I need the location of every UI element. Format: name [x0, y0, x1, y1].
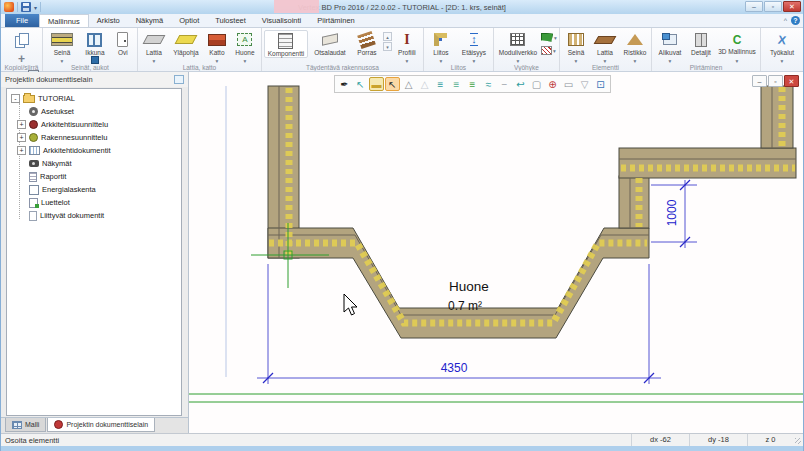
maximize-button[interactable]: ▫ [764, 1, 782, 12]
triangle-ghost-icon[interactable]: △ [417, 77, 432, 91]
tree-item-label: Raportit [40, 172, 66, 181]
select-cursor-icon[interactable]: ↖ [385, 77, 400, 91]
wall-top-right-horizontal[interactable] [619, 148, 796, 178]
joint-button[interactable]: Liitos [426, 30, 456, 65]
tab-näkymä[interactable]: Näkymä [128, 14, 172, 27]
collapse-ribbon-icon[interactable]: ^ [784, 17, 787, 24]
expander-icon[interactable]: + [17, 133, 26, 142]
room-label: Huone [449, 279, 489, 294]
element-wall-icon [568, 33, 584, 46]
zone-red-button[interactable] [541, 44, 557, 56]
waves-icon[interactable]: ≈ [481, 77, 496, 91]
sidebar-tab-malli[interactable]: Malli [5, 418, 46, 432]
hatch-layers2-icon[interactable]: ≡ [449, 77, 464, 91]
details-button[interactable]: Detaljit [687, 30, 715, 56]
tree-item-arkkitehtisuunnittelu[interactable]: +Arkkitehtisuunnittelu [9, 118, 181, 131]
tree-item-rakennesuunnittelu[interactable]: +Rakennesuunnittelu [9, 131, 181, 144]
ceiling-button[interactable]: Yläpohja [169, 30, 203, 56]
status-message: Osoita elementti [1, 436, 631, 445]
ribbon-group-liitos: Liitos ↕ Etäisyys Liitos [424, 28, 494, 71]
drawing-canvas[interactable]: ✒↖▬↖△△≡≡≡≈−↩▢⊕▭▽⊡ – ▫ ✕ [189, 72, 803, 433]
roof-button[interactable]: Katto [204, 30, 230, 65]
resize-grip[interactable] [793, 434, 803, 446]
filter-icon[interactable]: ▽ [577, 77, 592, 91]
hatch-layers-icon[interactable]: ≡ [433, 77, 448, 91]
tree-item-näkymät[interactable]: Näkymät [9, 157, 181, 170]
expander-icon[interactable]: - [11, 94, 20, 103]
tree-item-arkkitehtidokumentit[interactable]: +Arkkitehtidokumentit [9, 144, 181, 157]
scroll-down-button[interactable] [383, 42, 392, 51]
hatch-layers3-icon[interactable]: ≡ [465, 77, 480, 91]
tab-piirtäminen[interactable]: Piirtäminen [309, 14, 363, 27]
tree-item-energialaskenta[interactable]: Energialaskenta [9, 183, 181, 196]
wall-top-right-vertical[interactable] [761, 86, 793, 148]
component-button[interactable]: Komponentti [264, 30, 308, 58]
tools-button[interactable]: X Työkalut [763, 30, 801, 65]
subpictures-button[interactable]: Alikuvat [654, 30, 686, 65]
tab-arkisto[interactable]: Arkisto [89, 14, 128, 27]
zoom-in-icon[interactable]: ⊕ [545, 77, 560, 91]
detach-window-icon[interactable]: ⊡ [593, 77, 608, 91]
wall-button[interactable]: Seinä [45, 30, 79, 65]
stairs-icon [358, 31, 377, 49]
wall-right[interactable] [619, 176, 649, 228]
tree-item-label: TUTORIAL [38, 94, 75, 103]
tree-item-label: Luettelot [41, 198, 70, 207]
tree-item-raportit[interactable]: Raportit [9, 170, 181, 183]
fascia-button[interactable]: Otsalaudat [309, 30, 351, 56]
scroll-up-button[interactable] [383, 32, 392, 41]
element-wall-button[interactable]: Seinä [562, 30, 590, 65]
room-button[interactable]: A Huone [231, 30, 259, 65]
floor-slab-icon [143, 35, 166, 44]
select-add-icon[interactable]: ↖ [353, 77, 368, 91]
measure-icon[interactable]: ▬ [369, 77, 384, 91]
line-icon[interactable]: − [497, 77, 512, 91]
help-icon[interactable]: ? [791, 16, 800, 25]
tree-item-liittyvät-dokumentit[interactable]: Liittyvät dokumentit [9, 209, 181, 222]
distance-button[interactable]: ↕ Etäisyys [457, 30, 491, 65]
opening-icon[interactable] [91, 56, 99, 64]
tab-file[interactable]: File [5, 14, 39, 27]
undo-arrow-icon[interactable]: ↩ [513, 77, 528, 91]
pin-icon[interactable]: ✒ [337, 77, 352, 91]
element-floor-button[interactable]: Lattia [591, 30, 619, 65]
element-floor-icon [594, 36, 617, 44]
ribbon-group-label: Kopioi/siirrä [1, 64, 42, 71]
tab-visualisointi[interactable]: Visualisointi [254, 14, 309, 27]
tab-tulosteet[interactable]: Tulosteet [207, 14, 254, 27]
tree-item-luettelot[interactable]: Luettelot [9, 196, 181, 209]
expander-icon[interactable]: + [17, 146, 26, 155]
ribbon-group-label: Vyöhyke [494, 64, 559, 71]
minimize-button[interactable]: – [745, 1, 763, 12]
mdi-minimize-button[interactable]: – [752, 75, 767, 87]
tab-optiot[interactable]: Optiot [171, 14, 207, 27]
sidebar-tab-projektin-dokumenttiselain[interactable]: Projektin dokumenttiselain [47, 418, 155, 432]
float-panel-icon[interactable] [174, 75, 184, 84]
floor-button[interactable]: Lattia [140, 30, 168, 65]
tab-mallinnus[interactable]: Mallinnus [39, 14, 89, 27]
tree-item-asetukset[interactable]: Asetukset [9, 105, 181, 118]
close-button[interactable]: ✕ [783, 1, 801, 12]
modeling-3d-button[interactable]: C 3D Mallinnus [716, 30, 758, 65]
zone-hatch-icon [541, 46, 552, 55]
expander-icon[interactable]: + [17, 120, 26, 129]
profile-button[interactable]: I Profiili [393, 30, 421, 65]
copy-button[interactable] [10, 30, 32, 48]
status-dx: dx -62 [631, 434, 689, 446]
project-tree: -TUTORIALAsetukset+Arkkitehtisuunnittelu… [7, 89, 181, 222]
truss-icon [627, 34, 643, 45]
window-button[interactable]: Ikkuna [80, 30, 110, 64]
triangle-icon[interactable]: △ [401, 77, 416, 91]
rect-icon[interactable]: ▭ [561, 77, 576, 91]
ribbon-group-tyokalut: X Työkalut [761, 28, 803, 71]
zone-green-button[interactable] [541, 31, 557, 43]
stairs-button[interactable]: Porras [352, 30, 382, 56]
window-title: Vertex BD Pro 2016 / 22.0.02 - TUTORIAL … [1, 3, 803, 12]
mdi-close-button[interactable]: ✕ [784, 75, 799, 87]
zoom-window-icon[interactable]: ▢ [529, 77, 544, 91]
mdi-maximize-button[interactable]: ▫ [768, 75, 783, 87]
tree-item-tutorial[interactable]: -TUTORIAL [9, 92, 181, 105]
door-button[interactable]: Ovi [111, 30, 135, 56]
truss-button[interactable]: Ristikko [620, 30, 650, 65]
modular-grid-button[interactable]: Moduliverkko [496, 30, 540, 65]
